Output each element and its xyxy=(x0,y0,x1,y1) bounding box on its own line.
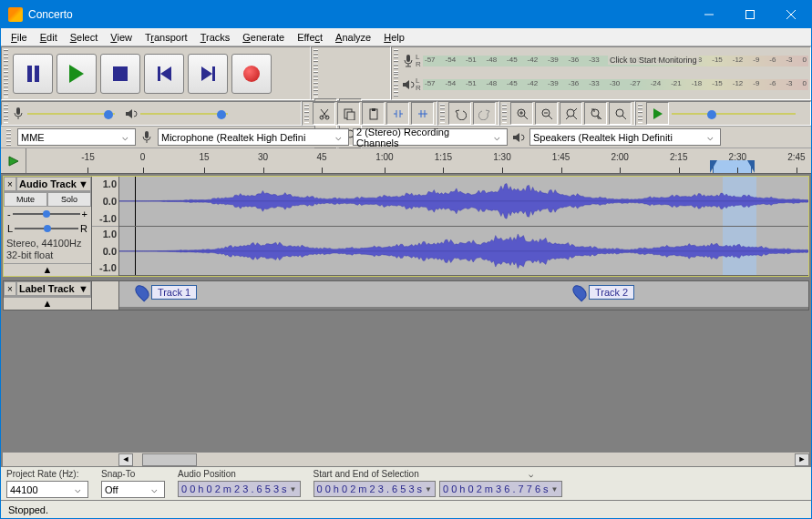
svg-point-17 xyxy=(567,109,574,117)
record-meter[interactable]: -57-54-51-48-45-42-39-36-33-30-27-24-21-… xyxy=(423,56,808,66)
track-control-panel: × Audio Track▼ Mute Solo -+ LR Stereo, 4… xyxy=(4,177,92,276)
meter-message: Click to Start Monitoring xyxy=(608,56,699,65)
zoom-in-button[interactable] xyxy=(510,102,533,125)
app-logo-icon xyxy=(8,7,23,22)
zoom-out-button[interactable] xyxy=(535,102,558,125)
timeline-selection[interactable] xyxy=(713,160,752,173)
pause-button[interactable] xyxy=(13,54,53,94)
menu-analyze[interactable]: Analyze xyxy=(329,30,377,45)
menu-effect[interactable]: Effect xyxy=(291,30,329,45)
skip-end-button[interactable] xyxy=(188,54,228,94)
output-device-combo[interactable]: Speakers (Realtek High Definiti⌵ xyxy=(529,128,721,146)
track-name-dropdown[interactable]: Audio Track▼ xyxy=(16,177,91,191)
skip-start-button[interactable] xyxy=(144,54,184,94)
timeline-ruler[interactable]: -1501530451:001:151:301:452:002:152:302:… xyxy=(1,148,811,174)
maximize-button[interactable] xyxy=(729,1,770,28)
menu-select[interactable]: Select xyxy=(64,30,105,45)
label-track-name-dropdown[interactable]: Label Track▼ xyxy=(16,281,91,296)
minimize-button[interactable] xyxy=(688,1,729,28)
pan-slider[interactable]: LR xyxy=(4,221,91,236)
fit-selection-button[interactable] xyxy=(560,102,582,125)
channels-combo[interactable]: 2 (Stereo) Recording Channels⌵ xyxy=(353,128,508,146)
input-device-combo[interactable]: Microphone (Realtek High Defini⌵ xyxy=(158,128,349,146)
menu-transport[interactable]: Transport xyxy=(139,30,194,45)
output-device-icon xyxy=(511,130,526,145)
selection-start-field[interactable]: 0 0 h 0 2 m 2 3 . 6 5 3 s▼ xyxy=(313,481,437,497)
audio-track[interactable]: × Audio Track▼ Mute Solo -+ LR Stereo, 4… xyxy=(3,176,809,277)
speaker-slider-icon xyxy=(124,107,139,121)
play-at-speed-button[interactable] xyxy=(646,102,669,125)
pin-button[interactable] xyxy=(1,148,26,173)
waveform-channel-right[interactable] xyxy=(119,227,808,277)
selection-end-field[interactable]: 0 0 h 0 2 m 3 6 . 7 7 6 s▼ xyxy=(439,481,562,497)
record-button[interactable] xyxy=(231,54,272,94)
svg-rect-20 xyxy=(145,131,149,138)
fit-project-button[interactable] xyxy=(584,102,607,125)
close-button[interactable] xyxy=(770,1,811,28)
menu-view[interactable]: View xyxy=(104,30,139,45)
menu-help[interactable]: Help xyxy=(377,30,411,45)
mic-icon[interactable] xyxy=(401,54,416,68)
trim-button[interactable] xyxy=(386,102,409,125)
svg-point-19 xyxy=(616,109,623,117)
transport-toolbar xyxy=(1,46,311,100)
title-bar: Concerto xyxy=(1,1,811,28)
undo-toolbar xyxy=(437,101,499,126)
status-text: Stopped. xyxy=(8,504,48,515)
project-rate-combo[interactable]: 44100⌵ xyxy=(6,481,88,498)
waveform-channel-left[interactable] xyxy=(119,177,808,227)
menu-bar: File Edit Select View Transport Tracks G… xyxy=(1,28,811,46)
play-button[interactable] xyxy=(57,54,97,94)
speaker-icon[interactable] xyxy=(401,77,416,92)
playback-speed-slider[interactable] xyxy=(670,108,797,119)
mixer-toolbar xyxy=(1,101,302,126)
paste-button[interactable] xyxy=(362,102,385,125)
menu-generate[interactable]: Generate xyxy=(236,30,291,45)
svg-rect-14 xyxy=(372,108,375,111)
label-marker-1[interactable]: Track 1 xyxy=(137,284,197,300)
svg-rect-12 xyxy=(347,112,355,120)
collapse-button[interactable]: ▲ xyxy=(4,263,91,276)
track-close-button[interactable]: × xyxy=(4,177,16,191)
menu-tracks[interactable]: Tracks xyxy=(194,30,237,45)
menu-file[interactable]: File xyxy=(5,30,34,45)
selection-range-label: Start and End of Selection xyxy=(313,469,419,479)
horizontal-scrollbar[interactable]: ◄ ► xyxy=(3,452,809,466)
gain-slider[interactable]: -+ xyxy=(4,207,91,221)
label-track-close-button[interactable]: × xyxy=(4,281,16,296)
mute-button[interactable]: Mute xyxy=(4,192,47,207)
undo-button[interactable] xyxy=(448,102,471,125)
snap-to-combo[interactable]: Off⌵ xyxy=(101,481,165,498)
solo-button[interactable]: Solo xyxy=(47,192,91,207)
label-area[interactable]: Track 1 Track 2 xyxy=(119,281,808,307)
meters-toolbar: LR -57-54-51-48-45-42-39-36-33-30-27-24-… xyxy=(391,46,811,100)
playback-volume-slider[interactable] xyxy=(139,108,230,119)
tools-toolbar: I xyxy=(311,46,391,100)
svg-rect-1 xyxy=(745,11,754,19)
svg-rect-7 xyxy=(406,55,410,62)
play-speed-toolbar xyxy=(635,101,811,126)
label-collapse-button[interactable]: ▲ xyxy=(4,297,91,310)
zoom-toggle-button[interactable] xyxy=(609,102,632,125)
copy-button[interactable] xyxy=(337,102,360,125)
svg-rect-8 xyxy=(16,107,20,115)
menu-edit[interactable]: Edit xyxy=(34,30,64,45)
audio-position-field[interactable]: 0 0 h 0 2 m 2 3 . 6 5 3 s▼ xyxy=(178,481,301,497)
status-bar: Stopped. xyxy=(1,500,811,518)
record-volume-slider[interactable] xyxy=(26,108,117,119)
zoom-toolbar xyxy=(499,101,635,126)
edit-toolbar xyxy=(302,101,437,126)
redo-button[interactable] xyxy=(473,102,496,125)
label-track[interactable]: × Label Track▼ ▲ Track 1 Track 2 xyxy=(3,280,809,310)
label-marker-2[interactable]: Track 2 xyxy=(574,284,634,300)
cut-button[interactable] xyxy=(313,102,335,125)
audio-host-combo[interactable]: MME⌵ xyxy=(17,128,136,146)
input-device-icon xyxy=(139,130,154,145)
stop-button[interactable] xyxy=(100,54,140,94)
playback-meter[interactable]: -57-54-51-48-45-42-39-36-33-30-27-24-21-… xyxy=(423,79,808,90)
tracks-area: × Audio Track▼ Mute Solo -+ LR Stereo, 4… xyxy=(1,174,811,466)
silence-button[interactable] xyxy=(411,102,434,125)
project-rate-label: Project Rate (Hz): xyxy=(6,469,88,479)
vertical-ruler: 1.00.0-1.0 1.00.0-1.0 xyxy=(92,177,119,276)
svg-point-18 xyxy=(591,109,599,117)
